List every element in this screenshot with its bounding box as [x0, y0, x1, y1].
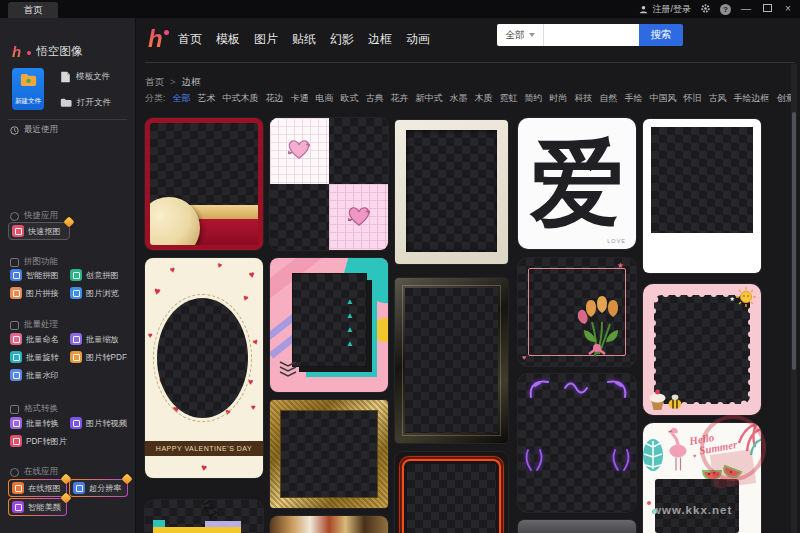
- minimize-button[interactable]: —: [740, 0, 752, 18]
- frame-thumb-pink-scallop[interactable]: ★: [643, 284, 761, 415]
- breadcrumb-root[interactable]: 首页: [145, 76, 164, 89]
- frame-thumb-red-gold[interactable]: [145, 118, 263, 250]
- search-box: 全部: [497, 24, 639, 46]
- photo-circle-border: [153, 294, 252, 422]
- filter-item[interactable]: 水墨: [450, 92, 468, 105]
- filter-item[interactable]: 古风: [709, 92, 727, 105]
- frame-thumb-painting[interactable]: [270, 516, 388, 533]
- sidebar-item-image-to-pdf[interactable]: 图片转PDF: [70, 351, 127, 363]
- triangle-icon: ▲: [346, 298, 354, 306]
- nav-tab-borders[interactable]: 边框: [368, 31, 392, 48]
- search-input[interactable]: [544, 24, 639, 46]
- sidebar-item-image-stitch[interactable]: 图片拼接: [10, 287, 59, 299]
- nav-tab-animation[interactable]: 动画: [406, 31, 430, 48]
- filter-item[interactable]: 科技: [575, 92, 593, 105]
- filter-item[interactable]: 花卉: [391, 92, 409, 105]
- filter-item[interactable]: 手绘: [625, 92, 643, 105]
- nav-tab-phantom[interactable]: 幻影: [330, 31, 354, 48]
- filter-item[interactable]: 中式木质: [223, 92, 259, 105]
- sidebar-item-online-cutout[interactable]: 在线抠图: [8, 479, 67, 497]
- lightning-flourish-icon: [610, 448, 634, 472]
- filter-item[interactable]: 手绘边框: [734, 92, 770, 105]
- filter-item[interactable]: 怀旧: [684, 92, 702, 105]
- folder-new-icon: [20, 73, 37, 87]
- lightning-flourish-icon: [606, 378, 632, 400]
- template-file-button[interactable]: 模板文件: [60, 71, 110, 83]
- triangle-icon: ▲: [346, 340, 354, 348]
- nav-tab-images[interactable]: 图片: [254, 31, 278, 48]
- new-file-button[interactable]: 新建文件: [12, 68, 44, 110]
- sidebar-item-batch-rotate[interactable]: 批量旋转: [10, 351, 59, 363]
- frame-thumb-purple-electric[interactable]: [518, 374, 636, 512]
- close-button[interactable]: ×: [782, 0, 794, 18]
- search-filter-select[interactable]: 全部: [497, 24, 544, 46]
- nav-tab-stickers[interactable]: 贴纸: [292, 31, 316, 48]
- sidebar-item-creative-collage[interactable]: 创意拼图: [70, 269, 119, 281]
- filter-item[interactable]: 古典: [366, 92, 384, 105]
- sidebar-item-super-resolution[interactable]: 超分辨率: [69, 479, 128, 497]
- filter-item[interactable]: 艺术: [198, 92, 216, 105]
- window-tab-home[interactable]: 首页: [8, 2, 58, 18]
- sidebar-item-batch-rename[interactable]: 批量命名: [10, 333, 59, 345]
- maximize-button[interactable]: [761, 0, 773, 18]
- heart-icon: ♥: [252, 337, 260, 347]
- filter-item[interactable]: 时尚: [550, 92, 568, 105]
- sidebar-item-image-browse[interactable]: 图片浏览: [70, 287, 119, 299]
- sidebar-item-batch-watermark[interactable]: 批量水印: [10, 369, 59, 381]
- scrollbar-track[interactable]: [791, 64, 797, 533]
- image-to-pdf-icon: [70, 351, 82, 363]
- photo-slot: [281, 411, 377, 497]
- help-icon[interactable]: ?: [720, 4, 731, 15]
- app-window: 首页 注册/登录 ? — × h 悟空图像 新建文件: [0, 0, 800, 533]
- search-button[interactable]: 搜索: [639, 24, 683, 46]
- sidebar-item-quick-cutout[interactable]: 快速抠图: [8, 222, 70, 240]
- frame-thumb-tulip[interactable]: ★ ♥: [518, 258, 636, 366]
- settings-icon[interactable]: [700, 0, 711, 18]
- frame-thumb-love-cutout[interactable]: 爱 LOVE: [518, 118, 636, 249]
- filter-item[interactable]: 中国风: [650, 92, 677, 105]
- filter-item[interactable]: 新中式: [416, 92, 443, 105]
- frame-thumb-white-polaroid[interactable]: [643, 119, 761, 273]
- frame-thumb-gold-ornate[interactable]: [270, 400, 388, 508]
- sidebar-item-smart-collage[interactable]: 智能拼图: [10, 269, 59, 281]
- login-register-link[interactable]: 注册/登录: [639, 3, 691, 16]
- main-logo[interactable]: h: [148, 25, 169, 53]
- sidebar-item-batch-scale[interactable]: 批量缩放: [70, 333, 119, 345]
- frame-thumb-memphis[interactable]: ▲ ▲ ▲ ▲: [270, 258, 388, 392]
- frame-thumb-2021[interactable]: 2021: [145, 500, 263, 533]
- filter-item[interactable]: 霓虹: [500, 92, 518, 105]
- section-title: 批量处理: [24, 319, 58, 331]
- open-file-button[interactable]: 打开文件: [60, 97, 111, 109]
- filter-item[interactable]: 欧式: [341, 92, 359, 105]
- nav-tab-templates[interactable]: 模板: [216, 31, 240, 48]
- frame-thumb-orange-neon[interactable]: [395, 452, 508, 533]
- nav-tab-home[interactable]: 首页: [178, 31, 202, 48]
- frame-thumb-gray[interactable]: [518, 520, 636, 533]
- template-file-icon: [60, 71, 71, 83]
- frame-thumb-cream-polaroid[interactable]: [395, 120, 508, 264]
- filter-item[interactable]: 花边: [266, 92, 284, 105]
- filter-item[interactable]: 木质: [475, 92, 493, 105]
- clock-icon: [10, 126, 19, 135]
- filter-item-all[interactable]: 全部: [173, 92, 191, 105]
- sidebar-item-smart-beauty[interactable]: 智能美颜: [8, 498, 67, 516]
- frame-thumb-dark-glossy[interactable]: [395, 278, 508, 443]
- photo-slot: [651, 127, 753, 233]
- filter-item[interactable]: 简约: [525, 92, 543, 105]
- filter-item[interactable]: 卡通: [291, 92, 309, 105]
- sidebar-item-batch-convert[interactable]: 批量转换: [10, 417, 59, 429]
- filter-item[interactable]: 电商: [316, 92, 334, 105]
- sun-icon: [735, 286, 757, 308]
- frame-thumb-valentine[interactable]: ♥ ♥ ♥ ♥ ♥ ♥ ♥ ♥ ♥ ♥ ♥ ♥ HAPPY VALENTINE'…: [145, 258, 263, 478]
- breadcrumb-separator: >: [170, 76, 176, 89]
- filter-item[interactable]: 自然: [600, 92, 618, 105]
- scrollbar-thumb[interactable]: [792, 112, 796, 370]
- section-batch: 批量处理: [10, 319, 58, 331]
- sidebar-item-pdf-to-image[interactable]: PDF转图片: [10, 435, 67, 447]
- sidebar-item-image-to-video[interactable]: 图片转视频: [70, 417, 127, 429]
- frame-thumb-checker-hearts[interactable]: [270, 118, 388, 250]
- batch-icon: [10, 321, 19, 330]
- super-resolution-icon: [73, 482, 85, 494]
- triangle-icon: ▲: [346, 312, 354, 320]
- batch-watermark-icon: [10, 369, 22, 381]
